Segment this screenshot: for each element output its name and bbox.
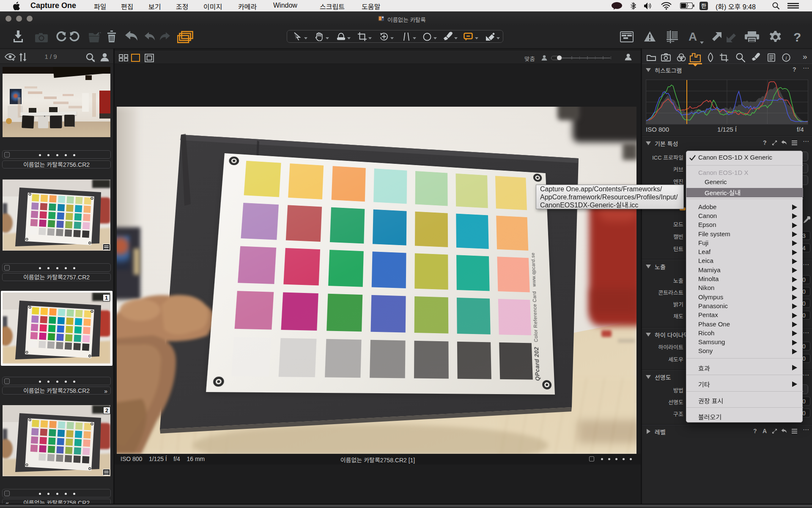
- svg-text:i: i: [785, 55, 787, 61]
